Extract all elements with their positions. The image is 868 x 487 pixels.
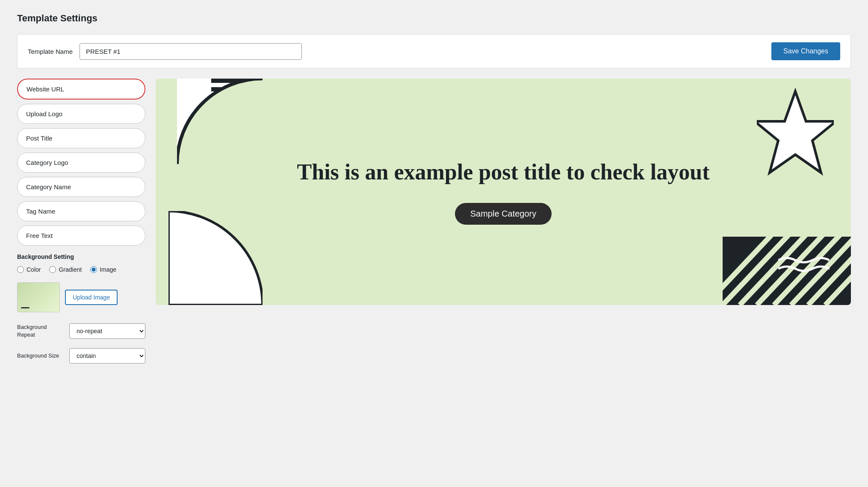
template-name-label: Template Name [28,48,73,55]
preview-post-title: This is an example post title to check l… [297,159,710,185]
background-radio-group: Color Gradient Image [17,266,145,273]
page-title: Template Settings [17,13,851,24]
preview-category-badge: Sample Category [455,203,552,225]
save-changes-button[interactable]: Save Changes [771,42,840,60]
image-thumbnail [17,282,60,312]
svg-line-16 [808,237,851,305]
sidebar-item-tag-name[interactable]: Tag Name [17,201,145,221]
svg-rect-6 [211,130,263,134]
svg-line-14 [774,237,842,305]
sidebar-item-post-title[interactable]: Post Title [17,128,145,148]
background-repeat-select[interactable]: no-repeat repeat repeat-x repeat-y [69,323,145,339]
upload-image-button[interactable]: Upload Image [65,290,118,305]
svg-line-15 [791,237,851,305]
radio-gradient[interactable]: Gradient [49,266,82,273]
svg-rect-8 [723,237,851,305]
sidebar-item-category-name[interactable]: Category Name [17,177,145,197]
deco-bottom-right [723,237,851,305]
radio-gradient-label: Gradient [59,266,82,273]
svg-rect-5 [211,121,263,126]
thumb-decoration [21,307,30,308]
preview-area: This is an example post title to check l… [156,79,851,305]
svg-rect-0 [211,79,263,83]
svg-rect-2 [211,96,263,100]
sidebar-item-upload-logo[interactable]: Upload Logo [17,104,145,124]
radio-color[interactable]: Color [17,266,41,273]
radio-image-input[interactable] [90,266,97,273]
sidebar: Website URL Upload Logo Post Title Categ… [17,79,145,369]
radio-image-label: Image [100,266,116,273]
radio-gradient-input[interactable] [49,266,56,273]
radio-color-label: Color [27,266,41,273]
radio-color-input[interactable] [17,266,24,273]
svg-line-12 [740,237,808,305]
sidebar-item-website-url[interactable]: Website URL [17,79,145,100]
deco-top-right-star [757,87,834,181]
svg-line-11 [723,237,791,305]
deco-waves [778,254,830,279]
sidebar-item-category-logo[interactable]: Category Logo [17,153,145,173]
sidebar-item-free-text[interactable]: Free Text [17,226,145,246]
image-thumb-inner [18,283,59,312]
svg-rect-1 [211,87,263,91]
background-repeat-row: Background Repeat no-repeat repeat repea… [17,323,145,339]
background-size-label: Background Size [17,352,64,360]
svg-line-10 [723,237,774,305]
svg-rect-9 [723,237,851,305]
template-name-group: Template Name [28,43,302,60]
background-size-row: Background Size contain cover auto [17,348,145,364]
background-size-select[interactable]: contain cover auto [69,348,145,364]
svg-line-13 [757,237,825,305]
svg-line-17 [825,237,851,305]
preview-content: This is an example post title to check l… [246,142,761,241]
svg-rect-4 [211,113,263,117]
svg-rect-3 [211,104,263,109]
svg-marker-7 [757,91,834,173]
image-upload-row: Upload Image [17,282,145,312]
template-name-input[interactable] [80,43,302,60]
top-bar: Template Name Save Changes [17,34,851,68]
background-repeat-label: Background Repeat [17,323,64,339]
radio-image[interactable]: Image [90,266,116,273]
main-content: Website URL Upload Logo Post Title Categ… [17,79,851,369]
background-setting-label: Background Setting [17,253,145,260]
